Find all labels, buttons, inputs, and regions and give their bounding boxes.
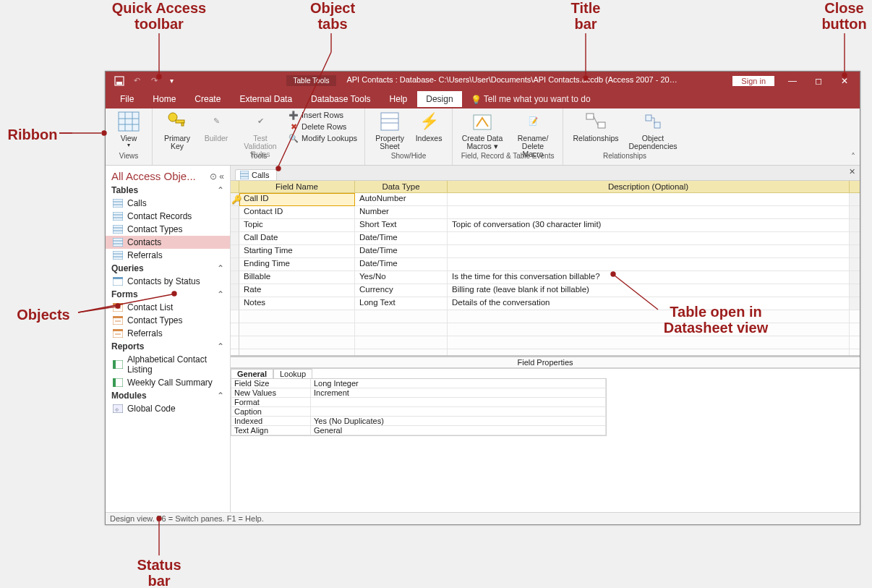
cell-data-type[interactable]: Short Text <box>355 219 448 232</box>
maximize-button[interactable]: ◻ <box>806 72 831 90</box>
close-button[interactable]: ✕ <box>832 72 857 90</box>
cell-field-name[interactable]: Rate <box>239 284 355 297</box>
redo-icon[interactable]: ↷ <box>149 76 159 86</box>
indexes-button[interactable]: ⚡ Indexes <box>413 110 445 142</box>
rename-delete-macro-button[interactable]: 📝 Rename/ Delete Macro <box>510 110 555 158</box>
col-description[interactable]: Description (Optional) <box>448 181 850 192</box>
property-value[interactable]: Increment <box>311 388 606 398</box>
cell-description[interactable] <box>448 245 850 258</box>
tab-general[interactable]: General <box>231 369 273 378</box>
object-tab-calls[interactable]: Calls <box>235 169 277 180</box>
nav-section-forms[interactable]: Forms⌃ <box>106 288 230 301</box>
nav-item-report[interactable]: Weekly Call Summary <box>106 376 230 389</box>
property-value[interactable]: General <box>311 426 606 435</box>
field-row[interactable]: Call DateDate/Time <box>231 232 860 245</box>
field-row[interactable]: Ending TimeDate/Time <box>231 258 860 271</box>
builder-button[interactable]: ✎ Builder <box>200 110 232 142</box>
modify-lookups-button[interactable]: 🔍Modify Lookups <box>288 133 357 143</box>
property-value[interactable] <box>311 398 606 407</box>
tab-help[interactable]: Help <box>381 91 416 107</box>
nav-item-module[interactable]: ⟐Global Code <box>106 402 230 415</box>
delete-rows-button[interactable]: ✖Delete Rows <box>288 122 357 132</box>
test-validation-button[interactable]: ✔ Test Validation Rules <box>238 110 283 158</box>
nav-item-table[interactable]: Referrals <box>106 249 230 262</box>
tab-database-tools[interactable]: Database Tools <box>302 91 380 107</box>
field-row-empty[interactable] <box>231 349 860 355</box>
row-selector[interactable]: 🔑 <box>231 193 239 206</box>
row-selector[interactable] <box>231 258 239 271</box>
close-tab-button[interactable]: ✕ <box>849 167 855 176</box>
sign-in-button[interactable]: Sign in <box>732 76 774 86</box>
view-button[interactable]: View ▾ <box>113 110 145 148</box>
property-value[interactable]: Yes (No Duplicates) <box>311 417 606 426</box>
nav-section-reports[interactable]: Reports⌃ <box>106 340 230 353</box>
nav-section-modules[interactable]: Modules⌃ <box>106 389 230 402</box>
row-selector[interactable] <box>231 245 239 258</box>
primary-key-button[interactable]: Primary Key <box>160 110 195 150</box>
cell-field-name[interactable]: Notes <box>239 297 355 310</box>
tab-home[interactable]: Home <box>144 91 184 107</box>
save-icon[interactable] <box>114 76 124 86</box>
nav-item-table[interactable]: Contact Records <box>106 210 230 223</box>
cell-data-type[interactable]: Date/Time <box>355 232 448 245</box>
row-selector[interactable] <box>231 284 239 297</box>
property-row[interactable]: Caption <box>231 407 606 417</box>
undo-icon[interactable]: ↶ <box>132 76 142 86</box>
cell-description[interactable]: Is the time for this conversation billab… <box>448 271 850 284</box>
field-row[interactable]: BillableYes/NoIs the time for this conve… <box>231 271 860 284</box>
row-selector[interactable] <box>231 206 239 219</box>
field-row[interactable]: RateCurrencyBilling rate (leave blank if… <box>231 284 860 297</box>
property-row[interactable]: IndexedYes (No Duplicates) <box>231 417 606 426</box>
nav-pane-header[interactable]: All Access Obje... ⊙ « <box>106 166 230 184</box>
relationships-button[interactable]: Relationships <box>570 110 621 142</box>
field-row[interactable]: TopicShort TextTopic of conversation (30… <box>231 219 860 232</box>
cell-field-name[interactable]: Call Date <box>239 232 355 245</box>
row-selector[interactable] <box>231 232 239 245</box>
insert-rows-button[interactable]: ➕Insert Rows <box>288 110 357 120</box>
cell-data-type[interactable]: Date/Time <box>355 258 448 271</box>
cell-data-type[interactable]: AutoNumber <box>355 193 448 206</box>
nav-dropdown-icon[interactable]: ⊙ <box>210 171 217 182</box>
property-value[interactable] <box>311 407 606 417</box>
row-selector[interactable] <box>231 271 239 284</box>
cell-field-name[interactable]: Call ID <box>239 193 355 206</box>
tell-me-search[interactable]: 💡 Tell me what you want to do <box>471 94 591 104</box>
cell-data-type[interactable]: Long Text <box>355 297 448 310</box>
qat-customize-icon[interactable]: ▾ <box>166 76 176 86</box>
col-field-name[interactable]: Field Name <box>239 181 355 192</box>
nav-item-report[interactable]: Alphabetical Contact Listing <box>106 353 230 376</box>
cell-field-name[interactable]: Contact ID <box>239 206 355 219</box>
collapse-ribbon-button[interactable]: ˄ <box>851 152 855 162</box>
cell-data-type[interactable]: Currency <box>355 284 448 297</box>
cell-description[interactable]: Details of the conversation <box>448 297 850 310</box>
minimize-button[interactable]: — <box>780 72 805 90</box>
cell-field-name[interactable]: Starting Time <box>239 245 355 258</box>
cell-description[interactable] <box>448 206 850 219</box>
cell-description[interactable]: Topic of conversation (30 character limi… <box>448 219 850 232</box>
row-selector[interactable] <box>231 297 239 310</box>
cell-description[interactable]: Billing rate (leave blank if not billabl… <box>448 284 850 297</box>
nav-section-queries[interactable]: Queries⌃ <box>106 262 230 275</box>
nav-collapse-icon[interactable]: « <box>219 171 224 182</box>
cell-description[interactable] <box>448 232 850 245</box>
col-data-type[interactable]: Data Type <box>355 181 448 192</box>
tab-design[interactable]: Design <box>417 91 461 107</box>
nav-item-table[interactable]: Contacts <box>106 236 230 249</box>
nav-item-table[interactable]: Calls <box>106 197 230 210</box>
cell-data-type[interactable]: Date/Time <box>355 245 448 258</box>
field-row[interactable]: 🔑Call IDAutoNumber <box>231 193 860 206</box>
tab-external-data[interactable]: External Data <box>231 91 301 107</box>
object-dependencies-button[interactable]: Object Dependencies <box>627 110 679 150</box>
nav-item-form[interactable]: Referrals <box>106 327 230 340</box>
tab-lookup[interactable]: Lookup <box>273 369 312 378</box>
nav-item-form[interactable]: Contact List <box>106 301 230 314</box>
tab-create[interactable]: Create <box>186 91 229 107</box>
field-row-empty[interactable] <box>231 336 860 349</box>
cell-data-type[interactable]: Number <box>355 206 448 219</box>
row-selector[interactable] <box>231 219 239 232</box>
cell-description[interactable] <box>448 258 850 271</box>
cell-data-type[interactable]: Yes/No <box>355 271 448 284</box>
cell-description[interactable] <box>448 193 850 206</box>
tab-file[interactable]: File <box>111 91 142 107</box>
property-sheet-button[interactable]: Property Sheet <box>372 110 407 150</box>
